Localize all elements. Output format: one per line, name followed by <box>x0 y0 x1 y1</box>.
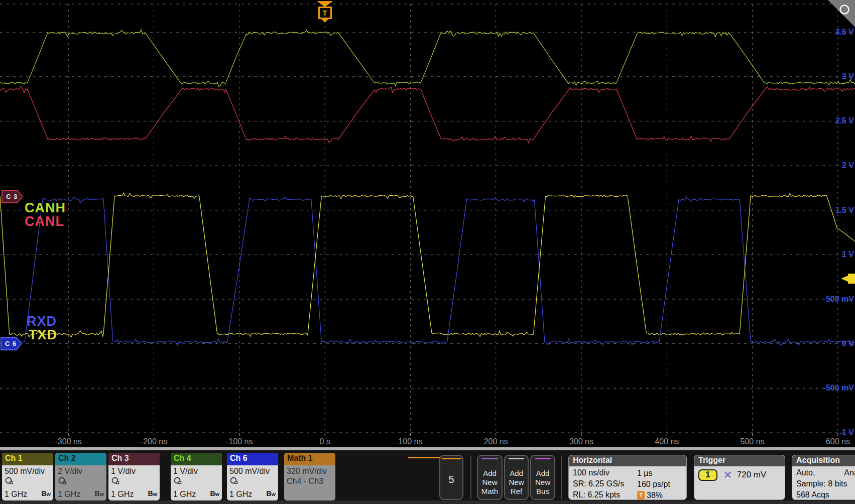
horizontal-resolution: 160 ps/pt <box>637 478 670 489</box>
time-label: -300 ns <box>46 437 91 446</box>
channel-3-badge-label: C 3 <box>3 191 22 202</box>
rxd-trace-label: RXD <box>27 315 57 328</box>
math1-label: Math 1 <box>284 453 335 465</box>
trigger-marker-tip-icon <box>321 19 328 23</box>
add-math-accent-line <box>481 458 498 459</box>
acquisition-panel-title: Acquisition <box>792 455 855 466</box>
bandwidth-limit-badge: BW <box>210 489 219 499</box>
add-ref-label: Add New Ref <box>505 469 528 496</box>
probe-icon <box>58 476 104 486</box>
bottom-edge-strip <box>0 500 855 504</box>
horizontal-sample-rate: SR: 6.25 GS/s <box>573 478 637 489</box>
trigger-slope-icon: ✕ <box>723 469 732 481</box>
time-label: -100 ns <box>217 437 262 446</box>
bottom-settings-bar: Ch 1 500 mV/div 1 GHzBW Ch 2 2 V/div 1 G… <box>0 450 855 504</box>
trigger-position-icon: T <box>637 491 645 499</box>
probe-icon <box>111 476 157 486</box>
voltage-label: 3.5 V <box>806 28 854 37</box>
bandwidth-limit-badge: BW <box>266 489 276 499</box>
ch3-scale: 1 V/div <box>111 466 157 476</box>
math-card-math1[interactable]: Math 1 320 mV/div Ch4 - Ch3 <box>284 453 335 500</box>
channel-card-ch1[interactable]: Ch 1 500 mV/div 1 GHzBW <box>2 453 53 500</box>
time-label: 500 ns <box>730 437 775 446</box>
math1-source: Ch4 - Ch3 <box>287 476 333 486</box>
channel-card-ch3[interactable]: Ch 3 1 V/div 1 GHzBW <box>108 453 160 500</box>
time-label: 600 ns <box>815 437 855 446</box>
trigger-marker-label: T <box>318 7 332 19</box>
acquisition-mode-extra: Ana <box>844 467 855 478</box>
bottombar-divider <box>561 456 562 499</box>
voltage-label: 1 V <box>806 250 854 259</box>
add-new-math-button[interactable]: Add New Math <box>477 455 503 500</box>
waveform-count-accent-line <box>442 458 461 459</box>
add-bus-accent-line <box>535 458 551 459</box>
txd-trace-label: TXD <box>29 328 57 342</box>
ch6-scale: 500 mV/div <box>229 466 276 476</box>
ch3-bandwidth: 1 GHz <box>111 490 134 499</box>
channel-6-badge-label: C 6 <box>2 338 21 349</box>
bottombar-divider <box>470 456 471 499</box>
bandwidth-limit-badge: BW <box>94 489 104 499</box>
add-math-label: Add New Math <box>478 469 502 496</box>
ch2-bandwidth: 1 GHz <box>58 490 80 499</box>
waveform-count-button[interactable]: 5 <box>439 455 463 500</box>
ch1-scale: 500 mV/div <box>5 466 51 476</box>
horizontal-window: 1 µs <box>637 467 653 478</box>
ch1-bandwidth: 1 GHz <box>5 490 27 499</box>
horizontal-panel-title: Horizontal <box>569 455 686 466</box>
ch2-label: Ch 2 <box>55 453 106 465</box>
waveform-count-value: 5 <box>440 474 462 485</box>
voltage-label: 3 V <box>806 72 854 81</box>
voltage-label: 0 V <box>806 339 854 348</box>
horizontal-panel[interactable]: Horizontal 100 ns/div1 µs SR: 6.25 GS/s1… <box>568 455 687 500</box>
voltage-label: 500 mV <box>806 295 854 304</box>
trigger-level-value: 720 mV <box>737 470 767 480</box>
ch2-scale: 2 V/div <box>58 466 104 476</box>
canl-trace-label: CANL <box>25 215 64 228</box>
add-ref-accent-line <box>509 458 525 459</box>
add-new-ref-button[interactable]: Add New Ref <box>504 455 529 500</box>
trigger-panel[interactable]: Trigger 1 ✕ 720 mV <box>694 455 785 500</box>
ch3-label: Ch 3 <box>108 453 160 465</box>
bandwidth-limit-badge: BW <box>148 489 157 499</box>
voltage-label: 1.5 V <box>806 206 854 215</box>
time-label: -200 ns <box>132 437 177 446</box>
ch4-bandwidth: 1 GHz <box>173 490 196 499</box>
acquisition-panel[interactable]: Acquisition Auto,Ana Sample: 8 bits 568 … <box>792 455 855 500</box>
probe-icon <box>173 476 219 486</box>
acquisition-count: 568 Acqs <box>796 489 829 500</box>
channel-card-ch2[interactable]: Ch 2 2 V/div 1 GHzBW <box>55 453 106 500</box>
acquisition-mode: Auto, <box>796 467 815 478</box>
ch4-label: Ch 4 <box>171 453 222 465</box>
time-label: 400 ns <box>644 437 689 446</box>
canh-trace-label: CANH <box>25 201 66 215</box>
voltage-label: 2.5 V <box>806 116 854 125</box>
horizontal-trigger-position: 38% <box>647 490 663 500</box>
channel-card-ch6[interactable]: Ch 6 500 mV/div 1 GHzBW <box>227 453 278 500</box>
channel-card-ch4[interactable]: Ch 4 1 V/div 1 GHzBW <box>171 453 222 500</box>
trigger-panel-title: Trigger <box>694 455 785 466</box>
oscilloscope-screen: T C 3 C 6 CANH CANL RXD TXD 3.5 V3 V2.5 … <box>0 0 855 504</box>
time-label: 200 ns <box>473 437 519 446</box>
add-new-bus-button[interactable]: Add New Bus <box>530 455 555 500</box>
voltage-label: -1 V <box>806 428 854 437</box>
math1-scale: 320 mV/div <box>287 466 333 476</box>
ch6-label: Ch 6 <box>227 453 278 465</box>
ch4-scale: 1 V/div <box>173 466 219 476</box>
trigger-level-arrow[interactable] <box>840 273 855 285</box>
trigger-position-marker[interactable]: T <box>317 1 333 23</box>
horizontal-record-length: RL: 6.25 kpts <box>573 489 637 500</box>
voltage-label: -500 mV <box>806 384 854 393</box>
waveform-canvas <box>0 0 855 447</box>
add-bus-label: Add New Bus <box>531 469 554 496</box>
bandwidth-limit-badge: BW <box>41 489 51 499</box>
time-label: 0 s <box>302 437 347 446</box>
time-label: 300 ns <box>559 437 604 446</box>
voltage-label: 2 V <box>806 161 854 170</box>
horizontal-scale: 100 ns/div <box>573 467 637 478</box>
time-label: 100 ns <box>388 437 433 446</box>
probe-icon <box>229 476 276 486</box>
waveform-plot-area[interactable]: T C 3 C 6 CANH CANL RXD TXD 3.5 V3 V2.5 … <box>0 0 855 447</box>
waveform-count-accent <box>408 457 440 458</box>
trigger-source-badge: 1 <box>698 469 717 481</box>
